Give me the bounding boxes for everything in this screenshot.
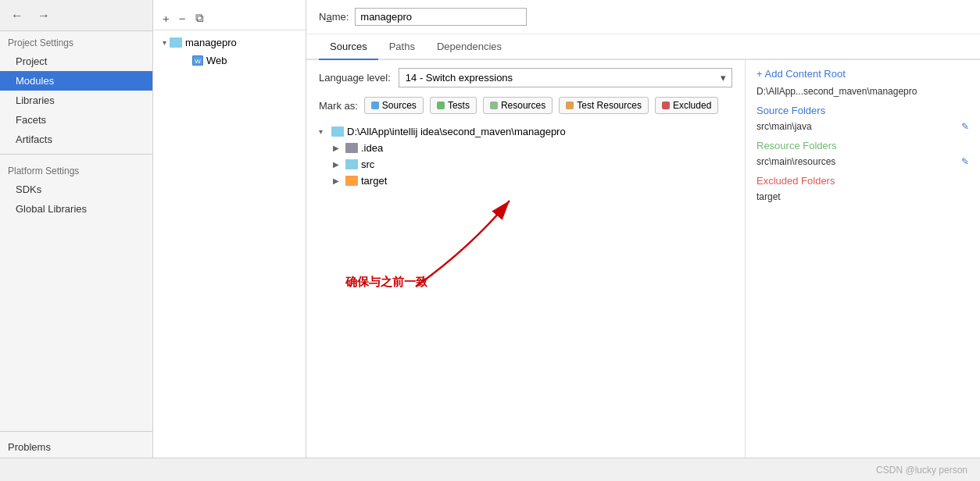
idea-name: .idea — [361, 142, 383, 154]
sidebar-bottom-divider — [0, 431, 152, 432]
arrow-svg — [353, 216, 510, 310]
tree-toolbar: + − ⧉ — [153, 6, 306, 30]
source-edit-icon[interactable]: ✎ — [961, 121, 969, 132]
excluded-path: target — [756, 191, 781, 202]
folder-icon-managepro — [170, 37, 182, 48]
resource-folders-label: Resource Folders — [756, 140, 969, 151]
source-path-row: src\main\java ✎ — [756, 119, 969, 134]
resource-edit-icon[interactable]: ✎ — [961, 156, 969, 167]
sidebar-item-sdks[interactable]: SDKs — [0, 180, 152, 199]
src-arrow: ▶ — [333, 160, 342, 169]
right-panel: Name: Sources Paths Dependencies Languag… — [306, 0, 980, 458]
sidebar-item-project[interactable]: Project — [0, 52, 152, 71]
forward-button[interactable]: → — [33, 5, 55, 26]
sources-left: Language level: 14 - Switch expressions … — [306, 60, 746, 458]
root-path: D:\AllApp\intellij idea\second_maven\man… — [347, 126, 566, 137]
name-label: Name: — [319, 11, 349, 23]
target-folder-icon — [345, 176, 358, 186]
file-tree-item-src[interactable]: ▶ src — [333, 156, 732, 173]
module-tree-item-managepro[interactable]: ▾ managepro — [159, 34, 299, 52]
sidebar-divider — [0, 154, 152, 155]
watermark: CSDN @lucky person — [876, 465, 967, 476]
source-folders-label: Source Folders — [756, 105, 969, 116]
root-folder-icon — [331, 126, 344, 137]
topbar: ← → — [0, 0, 152, 31]
sources-dot — [371, 102, 379, 109]
excluded-dot — [662, 102, 670, 109]
target-name: target — [361, 175, 387, 187]
file-tree-item-target[interactable]: ▶ target — [333, 173, 732, 189]
sidebar-item-libraries[interactable]: Libraries — [0, 91, 152, 110]
sources-content: Language level: 14 - Switch expressions … — [306, 60, 980, 458]
mark-excluded-label: Excluded — [673, 100, 711, 111]
mark-test-resources-button[interactable]: Test Resources — [559, 97, 649, 114]
mark-as-row: Mark as: Sources Tests Resources — [319, 97, 732, 114]
tab-paths[interactable]: Paths — [378, 34, 426, 60]
target-arrow: ▶ — [333, 176, 342, 185]
mark-tests-button[interactable]: Tests — [430, 97, 477, 114]
module-name-web: Web — [206, 55, 227, 66]
excluded-path-row: target — [756, 190, 969, 204]
sidebar-item-problems[interactable]: Problems — [0, 436, 152, 458]
platform-settings-header: Platform Settings — [0, 159, 152, 180]
tree-remove-button[interactable]: − — [176, 10, 189, 27]
annotation-area: 确保与之前一致 — [353, 216, 510, 312]
project-settings-header: Project Settings — [0, 31, 152, 52]
idea-arrow: ▶ — [333, 144, 342, 152]
module-tree-children: W Web — [159, 52, 299, 69]
mark-test-resources-label: Test Resources — [577, 100, 642, 111]
language-level-label: Language level: — [319, 72, 391, 84]
web-icon: W — [192, 55, 203, 66]
tests-dot — [437, 102, 445, 109]
mark-as-label: Mark as: — [319, 100, 358, 112]
mark-sources-label: Sources — [382, 100, 417, 111]
resources-dot — [490, 102, 498, 109]
tab-dependencies[interactable]: Dependencies — [426, 34, 513, 60]
file-tree: ▾ D:\AllApp\intellij idea\second_maven\m… — [319, 123, 732, 189]
tree-arrow-managepro: ▾ — [163, 38, 166, 47]
back-button[interactable]: ← — [6, 5, 28, 26]
resource-path-row: src\main\resources ✎ — [756, 155, 969, 169]
tree-add-button[interactable]: + — [159, 10, 173, 27]
language-level-row: Language level: 14 - Switch expressions … — [319, 68, 732, 87]
sidebar-item-modules[interactable]: Modules — [0, 71, 152, 91]
sources-right: + Add Content Root D:\AllApp...second_ma… — [746, 60, 980, 458]
mark-tests-label: Tests — [448, 100, 470, 111]
idea-folder-icon — [345, 143, 358, 153]
add-content-root-button[interactable]: + Add Content Root — [756, 68, 969, 80]
module-tree-item-web[interactable]: W Web — [173, 52, 299, 69]
mark-sources-button[interactable]: Sources — [364, 97, 424, 114]
mark-excluded-button[interactable]: Excluded — [655, 97, 718, 114]
name-row: Name: — [306, 0, 980, 34]
name-input[interactable] — [355, 8, 527, 26]
file-tree-item-idea[interactable]: ▶ .idea — [333, 140, 732, 156]
source-path: src\main\java — [756, 121, 812, 132]
language-level-select-wrapper: 14 - Switch expressions 11 - Local varia… — [399, 68, 732, 87]
file-tree-root[interactable]: ▾ D:\AllApp\intellij idea\second_maven\m… — [319, 123, 732, 140]
mark-resources-label: Resources — [501, 100, 545, 111]
file-tree-children: ▶ .idea ▶ src ▶ — [319, 140, 732, 189]
sidebar-item-artifacts[interactable]: Artifacts — [0, 130, 152, 149]
module-name-managepro: managepro — [185, 37, 237, 48]
annotation-text: 确保与之前一致 — [345, 275, 427, 290]
language-level-select[interactable]: 14 - Switch expressions 11 - Local varia… — [399, 68, 732, 87]
src-name: src — [361, 159, 374, 170]
sidebar-item-facets[interactable]: Facets — [0, 110, 152, 130]
sidebar-item-global-libraries[interactable]: Global Libraries — [0, 199, 152, 219]
root-arrow: ▾ — [319, 127, 328, 136]
tree-copy-button[interactable]: ⧉ — [192, 9, 207, 27]
content-root-path: D:\AllApp...second_maven\managepro — [756, 86, 969, 97]
mark-resources-button[interactable]: Resources — [483, 97, 553, 114]
src-folder-icon — [345, 159, 358, 169]
test-resources-dot — [566, 102, 574, 109]
tabs: Sources Paths Dependencies — [306, 34, 980, 60]
sidebar: ← → Project Settings Project Modules Lib… — [0, 0, 153, 458]
tab-sources[interactable]: Sources — [319, 34, 378, 60]
resource-path: src\main\resources — [756, 156, 835, 167]
excluded-folders-label: Excluded Folders — [756, 175, 969, 187]
bottom-bar: CSDN @lucky person — [0, 458, 980, 481]
module-tree: + − ⧉ ▾ managepro W Web — [153, 0, 306, 458]
